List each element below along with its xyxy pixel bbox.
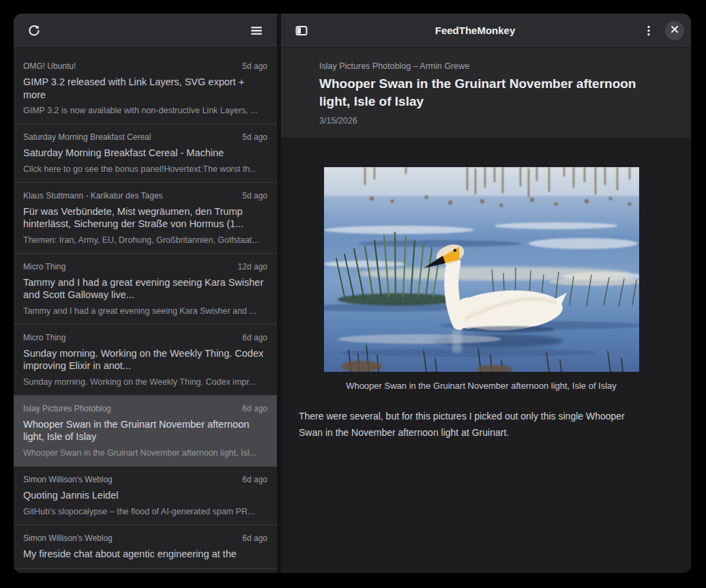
feed-source: Klaus Stuttmann - Karikatur des Tages [23,191,163,201]
feed-source: Micro Thing [23,333,65,342]
feed-source: OMG! Ubuntu! [23,61,76,71]
feed-summary: Whooper Swan in the Gruinart November af… [23,448,267,458]
feed-item[interactable]: Micro Thing 6d ago Sunday morning. Worki… [14,325,277,396]
main-toolbar: FeedTheMonkey [281,14,691,48]
sidebar-toggle-icon [295,24,308,38]
feed-source: Micro Thing [23,262,65,271]
article-source: Islay Pictures Photoblog – Armin Grewe [319,61,664,71]
feed-summary: Click here to go see the bonus panel!Hov… [23,164,267,174]
feed-item[interactable]: Micro Thing 12d ago Tammy and I had a gr… [14,254,277,325]
feed-title: Whooper Swan in the Gruinart November af… [23,418,267,443]
feed-item[interactable]: Klaus Stuttmann - Karikatur des Tages 5d… [14,183,277,254]
article-body: Whooper Swan in the Gruinart November af… [281,138,691,441]
kebab-menu-icon [643,25,655,37]
feed-summary: Themen: Iran, Army, EU, Drohung, Großbri… [23,235,267,245]
menu-button[interactable] [246,20,267,42]
feed-timestamp: 5d ago [242,61,267,71]
refresh-button[interactable] [23,20,45,42]
app-title: FeedTheMonkey [318,25,632,36]
feed-timestamp: 5d ago [242,191,267,201]
photo-caption: Whooper Swan in the Gruinart November af… [324,381,639,391]
feed-title: Tammy and I had a great evening seeing K… [23,276,267,302]
feed-source: Simon Willison's Weblog [23,475,113,484]
feed-summary: GitHub's slopocalypse – the flood of AI-… [23,507,267,516]
feed-source: Saturday Morning Breakfast Cereal [23,132,151,142]
feed-timestamp: 6d ago [242,533,267,543]
article-date: 3/15/2026 [319,116,664,126]
feed-title: Sunday morning. Working on the Weekly Th… [23,347,267,372]
feed-summary: GIMP 3.2 is now available with non-destr… [23,106,267,115]
feed-source: Islay Pictures Photoblog [23,404,111,413]
sidebar-toolbar [14,14,277,48]
article-header: Islay Pictures Photoblog – Armin Grewe W… [281,48,691,138]
feed-title: My fireside chat about agentic engineeri… [23,548,267,561]
menu-icon [250,24,263,38]
swan-photo [324,167,639,372]
close-icon [671,25,679,35]
feed-item-selected[interactable]: Islay Pictures Photoblog 6d ago Whooper … [14,396,277,467]
article-paragraph: There were several, but for this picture… [299,409,651,441]
article-title: Whooper Swan in the Gruinart November af… [319,75,664,110]
refresh-icon [27,24,41,38]
close-button[interactable] [665,21,684,40]
feed-timestamp: 6d ago [242,333,267,342]
feed-item[interactable]: Simon Willison's Weblog 6d ago My firesi… [14,525,277,570]
feed-summary: Sunday morning. Working on the Weekly Th… [23,377,267,387]
app-window: FeedTheMonkey OMG! Ubuntu! 5d ago [14,14,691,573]
feed-title: GIMP 3.2 released with Link Layers, SVG … [23,76,267,101]
feed-title: Quoting Jannis Leidel [23,489,267,502]
feed-summary: Tammy and I had a great evening seeing K… [23,306,267,316]
feed-timestamp: 12d ago [238,262,267,271]
article-panel: Islay Pictures Photoblog – Armin Grewe W… [281,48,691,573]
feed-timestamp: 6d ago [242,404,267,413]
feed-title: Saturday Morning Breakfast Cereal - Mach… [23,147,267,160]
more-options-button[interactable] [638,20,660,42]
sidebar-toggle-button[interactable] [291,20,312,42]
feed-item[interactable]: Simon Willison's Weblog 6d ago Quoting J… [14,467,277,525]
feed-timestamp: 6d ago [242,475,267,484]
feed-title: Für was Verbündete, Mist wegräumen, den … [23,205,267,231]
feed-source: Simon Willison's Weblog [23,533,113,543]
feed-list: OMG! Ubuntu! 5d ago GIMP 3.2 released wi… [14,48,277,573]
feed-item[interactable]: Saturday Morning Breakfast Cereal 5d ago… [14,124,277,183]
feed-timestamp: 5d ago [242,132,267,142]
feed-item[interactable]: OMG! Ubuntu! 5d ago GIMP 3.2 released wi… [14,53,277,124]
